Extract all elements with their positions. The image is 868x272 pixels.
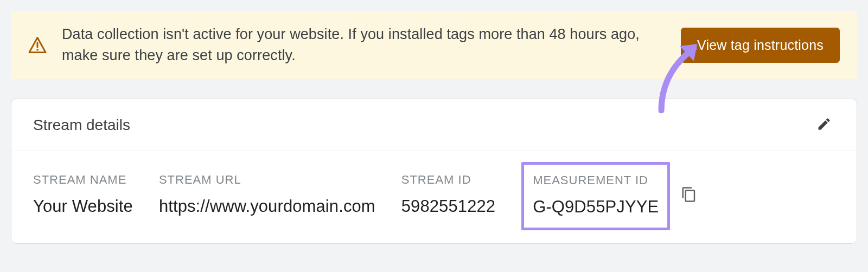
field-value: 5982551222 (401, 197, 495, 216)
stream-id-field: STREAM ID 5982551222 (401, 173, 495, 216)
copy-icon (681, 196, 697, 204)
field-label: MEASUREMENT ID (533, 173, 659, 187)
field-value: G-Q9D55PJYYE (533, 197, 659, 217)
stream-details-card: Stream details STREAM NAME Your Website … (11, 99, 857, 244)
stream-name-field: STREAM NAME Your Website (33, 173, 133, 216)
field-label: STREAM ID (401, 173, 495, 187)
pencil-icon (816, 125, 832, 133)
card-header: Stream details (11, 99, 857, 151)
view-tag-instructions-button[interactable]: View tag instructions (681, 28, 840, 63)
warning-banner: Data collection isn't active for your we… (11, 11, 857, 79)
warning-icon (28, 37, 47, 53)
svg-point-1 (36, 49, 39, 51)
banner-message: Data collection isn't active for your we… (62, 24, 666, 66)
field-value: Your Website (33, 197, 133, 216)
card-title: Stream details (33, 116, 130, 134)
measurement-id-field: MEASUREMENT ID G-Q9D55PJYYE (521, 162, 670, 230)
field-value: https://www.yourdomain.com (159, 197, 375, 216)
copy-button[interactable] (679, 184, 699, 206)
edit-button[interactable] (813, 113, 835, 137)
field-label: STREAM NAME (33, 173, 133, 187)
card-body: STREAM NAME Your Website STREAM URL http… (11, 151, 857, 243)
measurement-id-group: MEASUREMENT ID G-Q9D55PJYYE (521, 173, 699, 217)
field-label: STREAM URL (159, 173, 375, 187)
stream-url-field: STREAM URL https://www.yourdomain.com (159, 173, 375, 216)
